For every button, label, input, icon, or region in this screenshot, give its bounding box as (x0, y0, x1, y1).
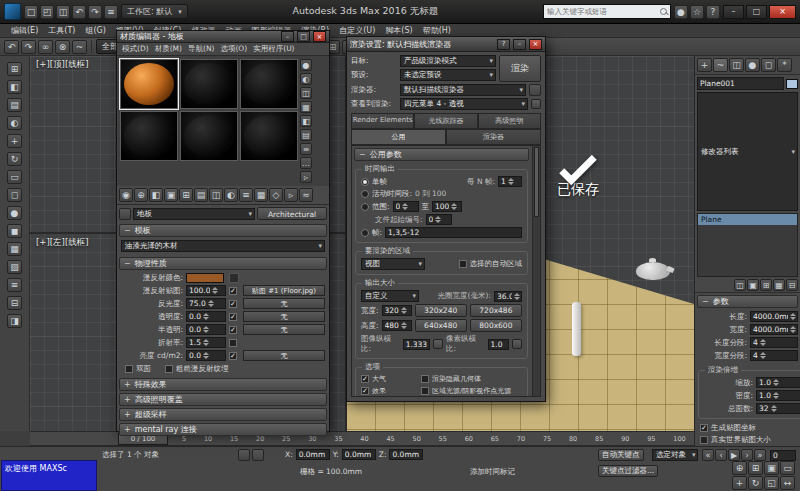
command-panel-tab[interactable]: * (777, 58, 792, 72)
left-toolbar-icon[interactable]: ◧ (7, 80, 22, 94)
key-filters-button[interactable]: 关键点过滤器... (598, 465, 658, 477)
command-panel-tab[interactable]: ◻ (761, 58, 776, 72)
checkbox[interactable] (421, 387, 429, 395)
add-time-tag[interactable]: 添加时间标记 (470, 467, 515, 477)
checkbox[interactable] (700, 436, 708, 444)
left-toolbar-icon[interactable]: ▤ (7, 98, 22, 112)
auto-key-button[interactable]: 自动关键点 (598, 449, 644, 461)
viewport-navigation-icon[interactable]: ⊞ (748, 461, 763, 475)
quick-access-icon[interactable]: ◫ (56, 5, 70, 19)
spinner-arrows-icon[interactable] (203, 313, 209, 320)
selected-objects-dropdown[interactable]: 选定对象 ▾ (652, 449, 698, 461)
property-spinner[interactable]: 1.5 (186, 337, 226, 348)
material-tool-icon[interactable]: ◧ (149, 188, 163, 202)
preset-dropdown[interactable]: 未选定预设 ▾ (400, 69, 496, 81)
menu-item[interactable]: 自定义(U) (334, 25, 380, 36)
property-checkbox[interactable] (229, 300, 237, 308)
target-dropdown[interactable]: 产品级渲染模式 ▾ (400, 55, 496, 67)
toolbar-icon[interactable]: ↶ (4, 40, 19, 54)
teapot-object[interactable] (636, 262, 670, 280)
render-option-checkbox[interactable]: 渲染隐藏几何体 (421, 374, 522, 384)
parameter-spinner[interactable]: 32 (756, 403, 800, 414)
workspace-selector[interactable]: 工作区: 默认 ▾ (121, 4, 188, 19)
z-coordinate-field[interactable]: 0.0mm (389, 449, 423, 460)
spinner-arrows-icon[interactable] (208, 300, 214, 307)
modifier-stack-item[interactable]: Plane (698, 214, 797, 225)
pick-material-icon[interactable] (119, 208, 131, 220)
material-editor-menu-item[interactable]: 选项(O) (217, 44, 250, 54)
absolute-offset-toggle-icon[interactable] (252, 449, 264, 461)
material-editor-menu-item[interactable]: 导航(N) (185, 44, 217, 54)
close-button[interactable]: × (529, 39, 542, 50)
menu-item[interactable]: 编辑(E) (6, 25, 43, 36)
map-button[interactable]: 无 (243, 324, 325, 335)
file-number-base-spinner[interactable]: 0 (426, 214, 452, 225)
material-slot[interactable] (240, 59, 298, 109)
maximize-button[interactable]: □ (297, 31, 310, 42)
minimize-button[interactable]: – (513, 39, 526, 50)
material-tool-icon[interactable]: ⊞ (179, 188, 193, 202)
left-toolbar-icon[interactable]: ▭ (7, 170, 22, 184)
spinner-arrows-icon[interactable] (760, 339, 766, 346)
template-rollout-header[interactable]: 模板 (119, 224, 327, 237)
menu-item[interactable]: 脚本(S) (380, 25, 417, 36)
material-slot[interactable] (180, 111, 238, 161)
modifier-list-dropdown[interactable]: 修改器列表 ▾ (697, 92, 798, 211)
sample-window-tool-icon[interactable]: ● (300, 59, 312, 71)
viewport-navigation-icon[interactable]: ↻ (748, 476, 763, 490)
property-checkbox[interactable] (229, 313, 237, 321)
sample-window-tool-icon[interactable]: ◧ (300, 115, 312, 127)
spinner-arrows-icon[interactable] (203, 339, 209, 346)
search-box[interactable] (543, 4, 671, 19)
playback-control-icon[interactable]: » (754, 449, 766, 461)
render-option-checkbox[interactable]: 区域光源/阴影视作点光源 (421, 386, 522, 396)
spinner-arrows-icon[interactable] (435, 216, 441, 223)
object-name-field[interactable]: Plane001 (697, 77, 784, 90)
stack-tool-icon[interactable]: ⊟ (786, 279, 798, 291)
spinner-arrows-icon[interactable] (212, 287, 218, 294)
material-slot[interactable] (180, 59, 238, 109)
material-slot[interactable] (120, 111, 178, 161)
render-setup-tab[interactable]: 光线跟踪器 (414, 113, 477, 129)
render-setup-tab[interactable]: Render Elements (351, 113, 414, 129)
quick-access-icon[interactable]: ◰ (40, 5, 54, 19)
material-slot[interactable] (240, 111, 298, 161)
spinner-arrows-icon[interactable] (402, 203, 408, 210)
toolbar-icon[interactable]: ⊗ (55, 40, 70, 54)
render-setup-tab[interactable]: 高级照明 (478, 113, 541, 129)
material-editor-titlebar[interactable]: 材质编辑器 - 地板 – □ × (117, 31, 329, 43)
checkbox[interactable] (421, 375, 429, 383)
left-toolbar-icon[interactable]: ● (7, 206, 22, 220)
resolution-preset-button[interactable]: 640x480 (415, 319, 467, 332)
output-size-preset-dropdown[interactable]: 自定义 ▾ (361, 290, 419, 302)
left-toolbar-icon[interactable]: ↻ (7, 152, 22, 166)
material-tool-icon[interactable]: ◫ (209, 188, 223, 202)
left-toolbar-icon[interactable]: ⊞ (7, 62, 22, 76)
spinner-arrows-icon[interactable] (401, 322, 407, 329)
left-toolbar-icon[interactable]: ◼ (7, 224, 22, 238)
playback-control-icon[interactable]: › (741, 449, 753, 461)
material-option-checkbox[interactable]: 粗糙漫反射纹理 (165, 364, 229, 374)
checkbox[interactable] (700, 424, 708, 432)
left-toolbar-icon[interactable]: + (7, 134, 22, 148)
auto-region-checkbox[interactable] (459, 260, 467, 268)
menu-item[interactable]: 组(G) (80, 25, 110, 36)
stack-tool-icon[interactable]: ▣ (747, 279, 759, 291)
checkbox[interactable] (165, 365, 173, 373)
sample-window-tool-icon[interactable]: ▤ (300, 129, 312, 141)
material-editor-menu-item[interactable]: 模式(D) (119, 44, 152, 54)
height-spinner[interactable]: 480 (382, 320, 412, 331)
left-toolbar-icon[interactable]: ◻ (7, 188, 22, 202)
menu-item[interactable]: 帮助(H) (418, 25, 456, 36)
map-button[interactable]: 无 (243, 298, 325, 309)
property-checkbox[interactable] (229, 287, 237, 295)
selection-lock-icon[interactable] (238, 449, 250, 461)
sample-window-tool-icon[interactable]: ◐ (300, 73, 312, 85)
spinner-arrows-icon[interactable] (203, 326, 209, 333)
single-frame-radio[interactable] (361, 178, 369, 186)
left-toolbar-icon[interactable]: ▧ (7, 260, 22, 274)
help-button[interactable]: ? (497, 39, 510, 50)
frames-radio[interactable] (361, 229, 369, 237)
material-tool-icon[interactable]: ▣ (164, 188, 178, 202)
search-icon[interactable] (660, 8, 667, 15)
